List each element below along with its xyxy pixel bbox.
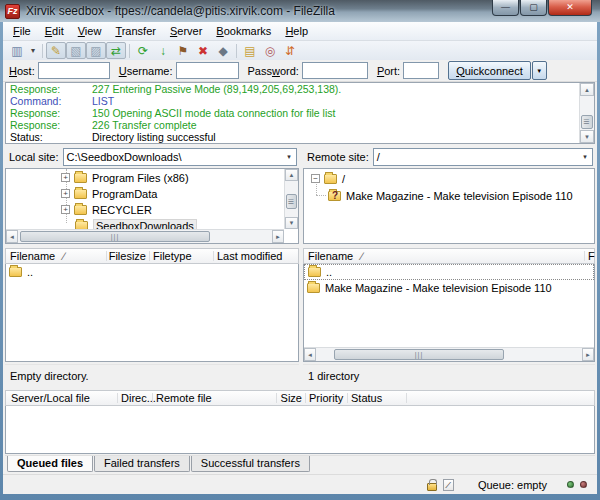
scrollbar-thumb[interactable]: ☰ bbox=[286, 194, 297, 209]
quickconnect-dropdown-icon[interactable]: ▾ bbox=[532, 61, 547, 80]
remote-list-hscrollbar[interactable]: ◄ ||| ► bbox=[304, 347, 594, 361]
password-input[interactable] bbox=[302, 62, 368, 79]
column-direction[interactable]: Direc... bbox=[121, 392, 156, 405]
column-separator[interactable] bbox=[406, 393, 407, 403]
quickconnect-button[interactable]: Quickconnect bbox=[448, 61, 531, 80]
speed-limit-icon[interactable]: ⁄ bbox=[443, 479, 454, 491]
remote-directory-tree: − / ? Make Magazine - Make television Ep… bbox=[303, 168, 595, 244]
column-priority[interactable]: Priority bbox=[309, 392, 343, 405]
folder-icon bbox=[74, 205, 87, 215]
host-input[interactable] bbox=[38, 62, 110, 79]
process-queue-icon[interactable]: ↓ bbox=[153, 42, 173, 59]
tree-item[interactable]: + RECYCLER bbox=[61, 202, 152, 217]
expand-icon[interactable]: + bbox=[61, 205, 70, 214]
scroll-down-icon[interactable]: ▼ bbox=[285, 217, 298, 229]
local-tree-hscrollbar[interactable]: ◄ ||| ► bbox=[6, 229, 284, 243]
tab-successful-transfers[interactable]: Successful transfers bbox=[191, 456, 310, 472]
menu-transfer[interactable]: Transfer bbox=[108, 23, 163, 39]
column-status[interactable]: Status bbox=[351, 392, 382, 405]
column-filesize[interactable]: Filesize bbox=[106, 250, 146, 263]
site-manager-icon[interactable]: ▥ bbox=[7, 42, 27, 59]
title-bar[interactable]: Fz Xirvik seedbox - ftpes://candela@piti… bbox=[0, 0, 600, 22]
column-remote-file[interactable]: Remote file bbox=[156, 392, 212, 405]
filter-icon[interactable]: ▤ bbox=[240, 42, 260, 59]
tree-item[interactable]: − / bbox=[311, 171, 345, 186]
scrollbar-thumb[interactable]: ||| bbox=[20, 231, 210, 242]
column-separator[interactable] bbox=[149, 251, 150, 261]
scroll-down-icon[interactable]: ▼ bbox=[580, 130, 594, 143]
column-server-local-file[interactable]: Server/Local file bbox=[11, 392, 90, 405]
toggle-local-tree-icon[interactable]: ▧ bbox=[66, 42, 86, 59]
refresh-icon[interactable]: ⟳ bbox=[133, 42, 153, 59]
menu-edit[interactable]: Edit bbox=[38, 23, 71, 39]
toggle-message-log-icon[interactable]: ✎ bbox=[46, 42, 66, 59]
column-last-modified[interactable]: Last modified bbox=[217, 250, 282, 263]
expand-icon[interactable]: + bbox=[61, 173, 70, 182]
column-filename[interactable]: Filename bbox=[10, 250, 55, 263]
local-site-combo[interactable]: C:\SeedboxDownloads\ ▾ bbox=[63, 148, 297, 166]
menu-help[interactable]: Help bbox=[278, 23, 315, 39]
toggle-queue-icon[interactable]: ⇄ bbox=[106, 42, 126, 59]
maximize-button[interactable]: ▢ bbox=[520, 0, 547, 16]
column-separator[interactable] bbox=[117, 393, 118, 403]
scroll-up-icon[interactable]: ▲ bbox=[580, 83, 594, 96]
column-separator[interactable] bbox=[305, 393, 306, 403]
activity-led-red-icon bbox=[580, 481, 587, 488]
scroll-right-icon[interactable]: ► bbox=[272, 230, 284, 243]
scroll-up-icon[interactable]: ▲ bbox=[285, 169, 298, 181]
column-filesize-truncated[interactable]: F bbox=[588, 250, 595, 263]
log-type: Response: bbox=[6, 107, 92, 119]
minimize-button[interactable]: — bbox=[492, 0, 519, 16]
chevron-down-icon[interactable]: ▾ bbox=[282, 153, 296, 161]
column-filename[interactable]: Filename bbox=[308, 250, 353, 263]
file-row-parent[interactable]: .. bbox=[304, 264, 594, 280]
tab-failed-transfers[interactable]: Failed transfers bbox=[94, 456, 190, 472]
file-row-parent[interactable]: .. bbox=[6, 264, 298, 280]
tree-item-label: ProgramData bbox=[92, 188, 157, 200]
tree-item[interactable]: + ProgramData bbox=[61, 186, 157, 201]
local-site-value: C:\SeedboxDownloads\ bbox=[64, 151, 282, 163]
site-manager-dropdown-icon[interactable]: ▾ bbox=[27, 42, 39, 59]
column-separator[interactable] bbox=[213, 251, 214, 261]
column-separator[interactable] bbox=[347, 393, 348, 403]
tab-queued-files[interactable]: Queued files bbox=[7, 456, 93, 472]
scroll-left-icon[interactable]: ◄ bbox=[304, 348, 316, 361]
scroll-left-icon[interactable]: ◄ bbox=[6, 230, 18, 243]
close-button[interactable]: ✕ bbox=[548, 0, 592, 16]
column-size[interactable]: Size bbox=[276, 392, 302, 405]
folder-icon bbox=[307, 283, 320, 293]
remote-site-combo[interactable]: / ▾ bbox=[373, 148, 593, 166]
tree-item[interactable]: ? Make Magazine - Make television Episod… bbox=[328, 188, 573, 203]
scrollbar-thumb[interactable]: ☰ bbox=[581, 115, 593, 129]
scroll-right-icon[interactable]: ► bbox=[582, 348, 594, 361]
reconnect-icon[interactable]: ◆ bbox=[213, 42, 233, 59]
column-filetype[interactable]: Filetype bbox=[153, 250, 192, 263]
column-separator[interactable] bbox=[584, 251, 585, 261]
expand-icon[interactable]: + bbox=[61, 189, 70, 198]
sync-browsing-icon[interactable]: ⇵ bbox=[280, 42, 300, 59]
menu-view[interactable]: View bbox=[71, 23, 109, 39]
menu-file[interactable]: File bbox=[6, 23, 38, 39]
chevron-down-icon[interactable]: ▾ bbox=[578, 153, 592, 161]
collapse-icon[interactable]: − bbox=[311, 174, 320, 183]
toggle-remote-tree-icon[interactable]: ▨ bbox=[86, 42, 106, 59]
disconnect-icon[interactable]: ✖ bbox=[193, 42, 213, 59]
lock-icon[interactable] bbox=[427, 483, 437, 491]
toolbar-separator bbox=[236, 44, 237, 58]
username-input[interactable] bbox=[176, 62, 239, 79]
port-input[interactable] bbox=[403, 62, 439, 79]
toolbar-separator bbox=[42, 44, 43, 58]
scrollbar-thumb[interactable]: ||| bbox=[334, 349, 504, 360]
message-log-scrollbar[interactable]: ▲ ☰ ▼ bbox=[579, 83, 594, 143]
menu-bookmarks[interactable]: Bookmarks bbox=[209, 23, 278, 39]
menu-server[interactable]: Server bbox=[163, 23, 209, 39]
compare-icon[interactable]: ◎ bbox=[260, 42, 280, 59]
column-separator[interactable] bbox=[152, 393, 153, 403]
file-row[interactable]: Make Magazine - Make television Episode … bbox=[304, 280, 594, 296]
tree-item[interactable]: + Program Files (x86) bbox=[61, 170, 189, 185]
log-message: 227 Entering Passive Mode (89,149,205,69… bbox=[92, 83, 341, 95]
tree-guide-line bbox=[316, 195, 326, 196]
cancel-operation-icon[interactable]: ⚑ bbox=[173, 42, 193, 59]
local-tree-vscrollbar[interactable]: ▲ ☰ ▼ bbox=[284, 169, 298, 229]
filezilla-app-icon: Fz bbox=[5, 4, 20, 19]
